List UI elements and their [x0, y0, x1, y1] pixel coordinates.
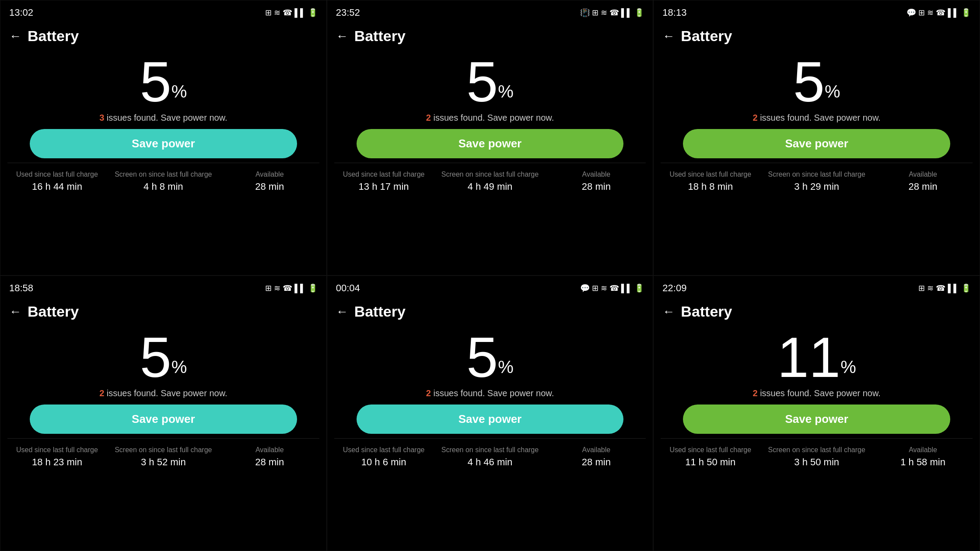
issues-count: 2 — [426, 113, 431, 122]
stat-value-0: 13 h 17 min — [359, 181, 409, 192]
issues-text: 2 issues found. Save power now. — [327, 111, 653, 125]
stats-row: Used since last full charge 13 h 17 min … — [327, 163, 653, 194]
issues-count: 2 — [752, 388, 757, 398]
battery-number: 5 — [466, 53, 498, 110]
stat-label-0: Used since last full charge — [16, 170, 98, 179]
save-power-button[interactable]: Save power — [683, 129, 950, 158]
percent-symbol: % — [172, 82, 187, 101]
stat-label-0: Used since last full charge — [669, 446, 751, 455]
back-button[interactable]: ← — [9, 305, 21, 319]
battery-percent: 11 % — [654, 324, 980, 387]
stat-value-1: 4 h 8 min — [144, 181, 183, 192]
page-title: Battery — [28, 303, 79, 320]
issues-suffix: issues found. Save power now. — [431, 388, 554, 398]
nav-bar: ← Battery — [654, 299, 980, 324]
status-time: 18:58 — [9, 282, 33, 294]
page-title: Battery — [354, 303, 406, 320]
battery-percent: 5 % — [0, 49, 326, 111]
stat-label-1: Screen on since last full charge — [115, 170, 212, 179]
back-button[interactable]: ← — [336, 29, 348, 43]
phone-screen-1: 13:02 ⊞ ≋ ☎ ▌▌ 🔋 ← Battery 5 % 3 issues … — [0, 0, 327, 276]
battery-percent: 5 % — [654, 49, 980, 111]
status-time: 23:52 — [336, 7, 360, 18]
save-power-button[interactable]: Save power — [30, 405, 297, 434]
issues-text: 2 issues found. Save power now. — [0, 387, 326, 400]
stat-label-0: Used since last full charge — [16, 446, 98, 455]
stat-item-0: Used since last full charge 16 h 44 min — [5, 170, 109, 192]
percent-symbol: % — [498, 357, 514, 377]
issues-count: 3 — [99, 113, 104, 122]
page-title: Battery — [681, 28, 732, 45]
status-icons: 💬 ⊞ ≋ ☎ ▌▌ 🔋 — [906, 8, 971, 17]
stat-value-1: 4 h 46 min — [468, 457, 513, 468]
stat-label-1: Screen on since last full charge — [115, 446, 212, 455]
stat-label-2: Available — [582, 446, 611, 455]
battery-number: 5 — [466, 329, 498, 386]
battery-percent: 5 % — [0, 324, 326, 387]
nav-bar: ← Battery — [654, 23, 980, 49]
status-icons: 📳 ⊞ ≋ ☎ ▌▌ 🔋 — [580, 8, 644, 17]
back-button[interactable]: ← — [662, 29, 675, 43]
stats-row: Used since last full charge 16 h 44 min … — [0, 163, 326, 194]
status-bar: 13:02 ⊞ ≋ ☎ ▌▌ 🔋 — [0, 0, 326, 23]
back-button[interactable]: ← — [336, 305, 348, 319]
status-bar: 18:58 ⊞ ≋ ☎ ▌▌ 🔋 — [0, 276, 326, 299]
stat-label-2: Available — [909, 170, 937, 179]
status-time: 18:13 — [662, 7, 686, 18]
save-power-button[interactable]: Save power — [683, 405, 950, 434]
stat-value-0: 18 h 23 min — [32, 457, 82, 468]
stat-label-0: Used since last full charge — [669, 170, 751, 179]
stat-value-0: 16 h 44 min — [32, 181, 82, 192]
issues-suffix: issues found. Save power now. — [758, 388, 881, 398]
nav-bar: ← Battery — [327, 299, 653, 324]
stat-label-2: Available — [256, 170, 284, 179]
nav-bar: ← Battery — [0, 299, 326, 324]
battery-number: 5 — [140, 329, 171, 386]
save-power-button[interactable]: Save power — [357, 129, 624, 158]
battery-number: 5 — [140, 53, 171, 110]
status-icons: ⊞ ≋ ☎ ▌▌ 🔋 — [265, 283, 318, 293]
battery-number: 11 — [777, 329, 841, 386]
issues-count: 2 — [752, 113, 757, 122]
stat-label-1: Screen on since last full charge — [441, 446, 539, 455]
page-title: Battery — [354, 28, 406, 45]
connectivity-icons: 📳 ⊞ ≋ ☎ ▌▌ 🔋 — [580, 8, 644, 17]
stat-value-2: 28 min — [909, 181, 938, 192]
connectivity-icons: ⊞ ≋ ☎ ▌▌ 🔋 — [265, 8, 318, 17]
issues-text: 2 issues found. Save power now. — [654, 387, 980, 400]
issues-text: 2 issues found. Save power now. — [327, 387, 653, 400]
stat-item-2: Available 1 h 58 min — [871, 446, 975, 468]
battery-number: 5 — [793, 53, 825, 110]
stat-value-0: 11 h 50 min — [685, 457, 735, 468]
stat-label-1: Screen on since last full charge — [768, 446, 865, 455]
stat-value-2: 28 min — [255, 457, 284, 468]
back-button[interactable]: ← — [662, 305, 675, 319]
stat-item-1: Screen on since last full charge 3 h 52 … — [111, 446, 216, 468]
stat-value-1: 3 h 52 min — [141, 457, 186, 468]
percent-symbol: % — [498, 82, 514, 101]
stat-value-2: 28 min — [582, 181, 611, 192]
issues-suffix: issues found. Save power now. — [758, 113, 881, 122]
status-icons: 💬 ⊞ ≋ ☎ ▌▌ 🔋 — [580, 283, 644, 293]
phone-screen-3: 18:13 💬 ⊞ ≋ ☎ ▌▌ 🔋 ← Battery 5 % 2 issue… — [653, 0, 980, 276]
phone-screen-5: 00:04 💬 ⊞ ≋ ☎ ▌▌ 🔋 ← Battery 5 % 2 issue… — [327, 276, 654, 551]
issues-count: 2 — [99, 388, 104, 398]
save-power-button[interactable]: Save power — [357, 405, 624, 434]
page-title: Battery — [28, 28, 79, 45]
stat-value-1: 3 h 29 min — [794, 181, 839, 192]
stat-item-1: Screen on since last full charge 3 h 50 … — [764, 446, 869, 468]
status-time: 22:09 — [662, 282, 686, 294]
issues-suffix: issues found. Save power now. — [431, 113, 554, 122]
battery-percent: 5 % — [327, 324, 653, 387]
stat-value-1: 4 h 49 min — [468, 181, 513, 192]
stat-item-1: Screen on since last full charge 4 h 8 m… — [111, 170, 216, 192]
stat-item-2: Available 28 min — [544, 446, 648, 468]
page-title: Battery — [681, 303, 732, 320]
stat-item-1: Screen on since last full charge 4 h 46 … — [438, 446, 542, 468]
phone-screen-2: 23:52 📳 ⊞ ≋ ☎ ▌▌ 🔋 ← Battery 5 % 2 issue… — [327, 0, 654, 276]
back-button[interactable]: ← — [9, 29, 21, 43]
status-time: 00:04 — [336, 282, 360, 294]
save-power-button[interactable]: Save power — [30, 129, 297, 158]
connectivity-icons: 💬 ⊞ ≋ ☎ ▌▌ 🔋 — [906, 8, 971, 17]
stat-item-1: Screen on since last full charge 4 h 49 … — [438, 170, 542, 192]
